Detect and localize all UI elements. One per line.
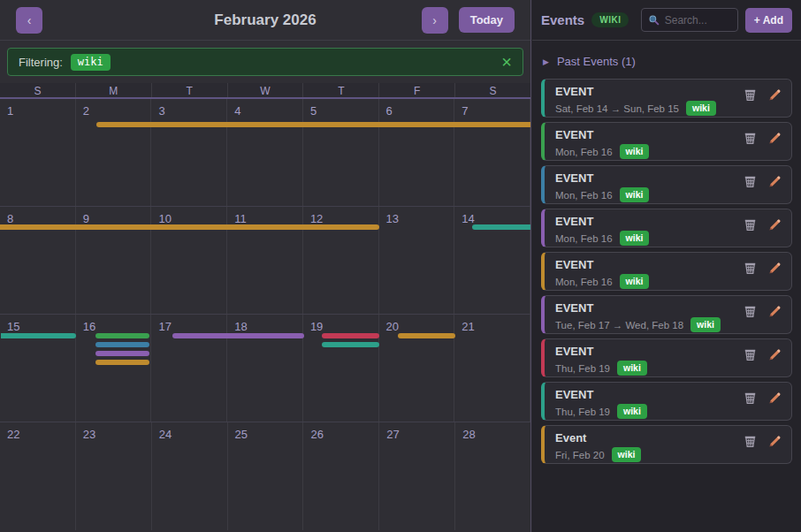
- wiki-badge: WIKI: [591, 12, 629, 27]
- event-date: Tue, Feb 17 → Wed, Feb 18: [555, 320, 683, 331]
- calendar-event-bar[interactable]: [1, 333, 76, 338]
- calendar-event-bar[interactable]: [0, 224, 379, 230]
- calendar-event-bar[interactable]: [322, 342, 379, 347]
- event-card[interactable]: EVENTMon, Feb 16wiki: [541, 165, 792, 204]
- calendar-event-bar[interactable]: [95, 360, 149, 365]
- day-cell[interactable]: 6: [379, 99, 455, 206]
- edit-event-button[interactable]: [767, 174, 782, 189]
- delete-event-button[interactable]: [743, 217, 758, 232]
- event-card[interactable]: EVENTThu, Feb 19wiki: [541, 382, 792, 421]
- event-tag-wiki[interactable]: wiki: [690, 317, 721, 332]
- past-events-toggle[interactable]: ▶ Past Events (1): [543, 55, 636, 68]
- filter-banner: Filtering: wiki ×: [7, 48, 523, 76]
- day-number: 9: [83, 212, 89, 225]
- day-cell[interactable]: 25: [228, 422, 304, 530]
- day-number: 28: [462, 428, 475, 441]
- delete-event-button[interactable]: [743, 391, 758, 406]
- calendar-event-bar[interactable]: [322, 333, 379, 338]
- calendar-event-bar[interactable]: [95, 342, 149, 347]
- event-tag-wiki[interactable]: wiki: [617, 404, 647, 419]
- sidebar-header: Events WIKI + Add: [532, 0, 801, 41]
- day-cell[interactable]: 12: [303, 207, 379, 314]
- event-card[interactable]: EVENTMon, Feb 16wiki: [541, 209, 792, 247]
- day-cell[interactable]: 22: [0, 422, 76, 530]
- day-cell[interactable]: 1: [0, 99, 76, 206]
- event-date: Mon, Feb 16: [555, 190, 613, 201]
- week-row: 1234567: [0, 99, 530, 207]
- edit-event-button[interactable]: [767, 217, 782, 232]
- calendar-event-bar[interactable]: [398, 333, 455, 338]
- sidebar-title: Events: [541, 12, 584, 27]
- delete-event-button[interactable]: [743, 174, 758, 189]
- delete-event-button[interactable]: [743, 131, 758, 146]
- day-cell[interactable]: 28: [455, 422, 530, 530]
- search-box[interactable]: [641, 8, 738, 32]
- day-cell[interactable]: 9: [76, 207, 152, 314]
- event-tag-wiki[interactable]: wiki: [617, 361, 647, 376]
- edit-event-button[interactable]: [767, 304, 782, 319]
- calendar-event-bar[interactable]: [95, 351, 149, 356]
- calendar-event-bar[interactable]: [96, 122, 530, 127]
- event-tag-wiki[interactable]: wiki: [620, 231, 650, 246]
- day-cell[interactable]: 19: [303, 315, 379, 422]
- day-cell[interactable]: 18: [227, 315, 303, 422]
- day-cell[interactable]: 20: [379, 315, 455, 422]
- add-event-button[interactable]: + Add: [745, 8, 792, 33]
- today-button[interactable]: Today: [459, 7, 515, 33]
- day-cell[interactable]: 3: [151, 99, 227, 206]
- edit-event-button[interactable]: [767, 261, 782, 276]
- delete-event-button[interactable]: [743, 87, 758, 103]
- day-cell[interactable]: 17: [151, 315, 227, 422]
- edit-event-button[interactable]: [767, 434, 782, 449]
- edit-event-button[interactable]: [767, 131, 782, 146]
- event-card[interactable]: EVENTSat, Feb 14 → Sun, Feb 15wiki: [541, 79, 792, 118]
- delete-event-button[interactable]: [743, 261, 758, 276]
- event-card[interactable]: EVENTMon, Feb 16wiki: [541, 252, 792, 291]
- day-cell[interactable]: 8: [0, 207, 76, 314]
- day-cell[interactable]: 11: [227, 207, 303, 314]
- day-cell[interactable]: 14: [454, 207, 530, 314]
- day-cell[interactable]: 16: [76, 315, 152, 422]
- day-number: 23: [83, 428, 95, 441]
- day-cell[interactable]: 26: [303, 422, 379, 530]
- filter-close-icon[interactable]: ×: [501, 53, 512, 71]
- calendar-event-bar[interactable]: [95, 333, 149, 338]
- day-cell[interactable]: 13: [379, 207, 455, 314]
- day-cell[interactable]: 10: [151, 207, 227, 314]
- event-tag-wiki[interactable]: wiki: [620, 187, 650, 202]
- weekday-label: M: [76, 83, 152, 97]
- delete-event-button[interactable]: [743, 304, 758, 319]
- event-tag-wiki[interactable]: wiki: [612, 447, 642, 462]
- event-card[interactable]: EVENTThu, Feb 19wiki: [541, 338, 792, 377]
- trash-icon: [743, 308, 758, 322]
- edit-event-button[interactable]: [767, 347, 782, 362]
- edit-event-button[interactable]: [767, 87, 782, 103]
- day-cell[interactable]: 15: [0, 315, 76, 422]
- event-card[interactable]: EVENTTue, Feb 17 → Wed, Feb 18wiki: [541, 295, 792, 334]
- event-tag-wiki[interactable]: wiki: [686, 101, 716, 116]
- day-cell[interactable]: 21: [454, 315, 530, 422]
- edit-event-button[interactable]: [767, 391, 782, 406]
- event-tag-wiki[interactable]: wiki: [620, 274, 650, 289]
- event-card[interactable]: EVENTMon, Feb 16wiki: [541, 122, 792, 161]
- next-month-button[interactable]: ›: [422, 7, 448, 34]
- filter-tag-wiki[interactable]: wiki: [71, 54, 111, 71]
- delete-event-button[interactable]: [743, 434, 758, 449]
- day-cell[interactable]: 23: [76, 422, 152, 530]
- event-card[interactable]: EventFri, Feb 20wiki: [541, 425, 792, 464]
- day-cell[interactable]: 24: [152, 422, 228, 530]
- pencil-icon: [767, 92, 782, 105]
- day-number: 20: [386, 320, 399, 333]
- event-actions: [743, 347, 782, 362]
- calendar-event-bar[interactable]: [172, 333, 304, 338]
- delete-event-button[interactable]: [743, 347, 758, 362]
- day-cell[interactable]: 5: [303, 99, 379, 206]
- prev-month-button[interactable]: ‹: [16, 7, 42, 34]
- day-cell[interactable]: 27: [379, 422, 455, 530]
- search-input[interactable]: [665, 14, 729, 27]
- day-cell[interactable]: 7: [454, 99, 530, 206]
- calendar-event-bar[interactable]: [472, 224, 530, 230]
- day-cell[interactable]: 4: [227, 99, 303, 206]
- day-cell[interactable]: 2: [76, 99, 152, 206]
- event-tag-wiki[interactable]: wiki: [620, 144, 650, 159]
